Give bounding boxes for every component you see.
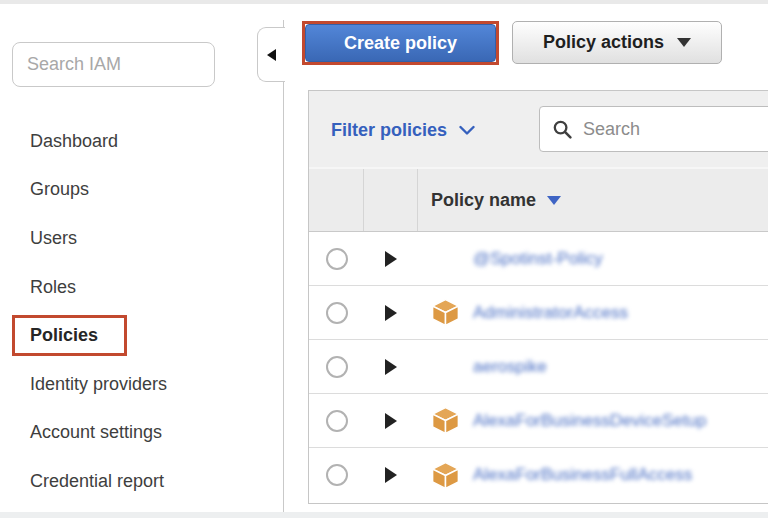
- policy-actions-button[interactable]: Policy actions: [512, 21, 722, 64]
- sidebar-item-account-settings[interactable]: Account settings: [0, 409, 283, 458]
- expand-row-icon[interactable]: [385, 251, 397, 267]
- sidebar-item-groups[interactable]: Groups: [0, 166, 283, 215]
- collapse-sidebar-icon: [267, 49, 276, 61]
- table-row: AdministratorAccess: [309, 286, 768, 340]
- policy-search-input[interactable]: [583, 119, 768, 140]
- expand-row-icon[interactable]: [385, 359, 397, 375]
- row-radio-button[interactable]: [326, 302, 348, 324]
- sidebar-item-roles[interactable]: Roles: [0, 263, 283, 312]
- search-icon: [552, 119, 573, 140]
- row-radio-button[interactable]: [326, 464, 348, 486]
- aws-managed-policy-icon: [431, 461, 460, 490]
- aws-managed-policy-icon: [431, 406, 460, 435]
- header-policy-name[interactable]: Policy name: [418, 169, 768, 231]
- expand-row-icon[interactable]: [385, 305, 397, 321]
- policies-annotation-box: Policies: [12, 315, 127, 356]
- sidebar-item-dashboard[interactable]: Dashboard: [0, 117, 283, 166]
- sidebar-item-identity-providers[interactable]: Identity providers: [0, 360, 283, 409]
- sidebar-nav: Dashboard Groups Users Roles Policies Id…: [0, 117, 283, 506]
- policy-name-link[interactable]: @Spotinst-Policy: [473, 249, 603, 269]
- table-row: AlexaForBusinessFullAccess: [309, 448, 768, 502]
- header-select-column: [309, 169, 364, 231]
- create-policy-annotation-box: Create policy: [302, 21, 499, 65]
- create-policy-button[interactable]: Create policy: [305, 24, 496, 62]
- table-row: @Spotinst-Policy: [309, 232, 768, 286]
- collapse-sidebar-button[interactable]: [257, 27, 285, 82]
- policy-name-link[interactable]: AlexaForBusinessDeviceSetup: [473, 411, 706, 431]
- policy-name-link[interactable]: AdministratorAccess: [473, 303, 628, 323]
- chevron-down-icon: [459, 125, 475, 136]
- filter-policies-label: Filter policies: [331, 120, 447, 141]
- policy-name-link[interactable]: aerospike: [473, 357, 547, 377]
- policy-icon-slot: [431, 244, 460, 273]
- bottom-border-strip: [0, 512, 768, 518]
- policies-table-panel: Filter policies Policy name @Spotinst-Po…: [308, 90, 768, 504]
- table-row: aerospike: [309, 340, 768, 394]
- search-iam-input[interactable]: [12, 42, 215, 87]
- table-header-row: Policy name: [309, 169, 768, 232]
- dropdown-caret-icon: [677, 38, 691, 47]
- policy-search-box: [539, 106, 768, 152]
- sidebar-item-credential-report[interactable]: Credential report: [0, 457, 283, 506]
- sidebar-item-policies[interactable]: Policies: [0, 311, 283, 360]
- iam-sidebar: Dashboard Groups Users Roles Policies Id…: [0, 4, 283, 512]
- policy-icon-slot: [431, 352, 460, 381]
- aws-managed-policy-icon: [431, 298, 460, 327]
- header-expand-column: [364, 169, 418, 231]
- policy-actions-label: Policy actions: [543, 32, 664, 53]
- sidebar-divider: [283, 20, 284, 512]
- row-radio-button[interactable]: [326, 248, 348, 270]
- policy-name-link[interactable]: AlexaForBusinessFullAccess: [473, 465, 692, 485]
- filter-policies-dropdown[interactable]: Filter policies: [331, 91, 475, 169]
- expand-row-icon[interactable]: [385, 413, 397, 429]
- row-radio-button[interactable]: [326, 356, 348, 378]
- policy-name-header-label: Policy name: [431, 190, 536, 211]
- table-row: AlexaForBusinessDeviceSetup: [309, 394, 768, 448]
- expand-row-icon[interactable]: [385, 467, 397, 483]
- filter-bar: Filter policies: [309, 91, 768, 169]
- row-radio-button[interactable]: [326, 410, 348, 432]
- sidebar-item-users[interactable]: Users: [0, 214, 283, 263]
- sort-descending-icon: [547, 196, 561, 205]
